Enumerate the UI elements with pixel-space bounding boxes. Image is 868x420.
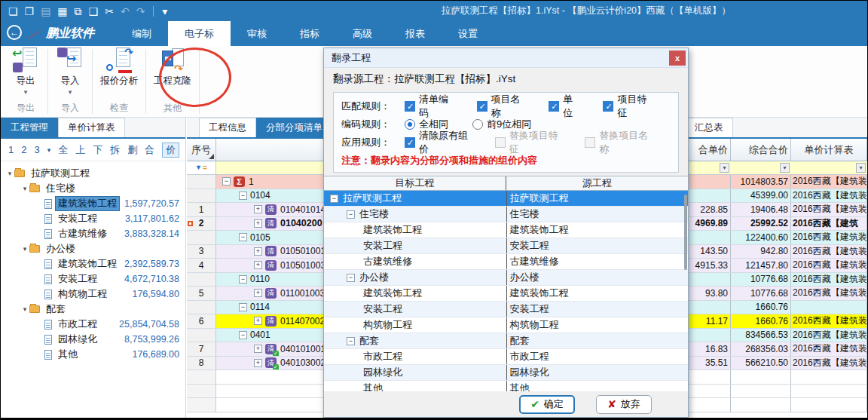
checkbox-icon[interactable] [405,137,415,148]
tree-tool-合[interactable]: 合 [145,143,154,157]
summary-row[interactable] [683,398,867,412]
tab-分部分项清单[interactable]: 分部分项清单 [256,118,332,137]
mapping-row[interactable]: 古建筑维修古建筑维修 [324,254,688,270]
back-icon[interactable]: ← [7,25,22,40]
tree-tool-下[interactable]: 下 [93,143,102,157]
dropdown-arrow-icon[interactable]: ▾ [24,88,28,96]
mapping-row[interactable]: 市政工程市政工程 [324,349,688,365]
dialog-title-bar[interactable]: 翻录工程 x [324,48,688,68]
apply-rule-option-替换项目特征[interactable]: 替换项目特征 [495,129,561,156]
filter-dropdown-icon[interactable]: ▾ [856,163,866,173]
collapse-icon[interactable]: − [330,195,338,203]
collapse-icon[interactable]: − [347,274,355,282]
copy-icon[interactable]: ⧉ [75,6,82,17]
collapse-icon[interactable]: − [239,303,247,311]
tree-tool-拆[interactable]: 拆 [110,143,120,157]
tree-tool-▾[interactable]: ▾ [47,146,51,154]
match-rule-option-清单编码[interactable]: 清单编码 [405,93,453,120]
tree-item-构筑物工程[interactable]: 构筑物工程176,594.80 [1,287,185,302]
tree-tool-全[interactable]: 全 [58,143,68,157]
collapse-icon[interactable]: − [347,210,355,219]
collapse-icon[interactable]: − [239,192,247,200]
tree-item-园林绿化[interactable]: 园林绿化8,753,999.26 [1,332,185,347]
tree-item-建筑装饰工程[interactable]: 建筑装饰工程2,392,589.73 [1,256,185,271]
mapping-row[interactable]: −办公楼办公楼 [324,270,688,286]
tree-item-建筑装饰工程[interactable]: 建筑装饰工程1,597,720.57 [1,196,185,211]
column-header-price-table[interactable]: 单价计算表 [791,139,867,161]
ribbon-tab-报表[interactable]: 报表 [389,21,442,46]
collapse-icon[interactable]: − [239,275,247,284]
apply-rule-option-清除原有组价[interactable]: 清除原有组价 [405,129,471,156]
mapping-row[interactable]: 安装工程安装工程 [324,302,688,317]
summary-row[interactable]: 1014803.572016西藏【建筑装 [683,175,867,189]
tree-tool-价[interactable]: 价 [162,143,179,158]
checkbox-icon[interactable] [549,101,559,112]
expand-icon[interactable]: + [254,205,262,213]
mapping-row[interactable]: −拉萨联测工程拉萨联测工程 [324,191,688,207]
unit-price-filter-input[interactable]: ▾ [683,161,731,174]
summary-row[interactable] [683,385,867,399]
tree-item-安装工程[interactable]: 安装工程4,672,710.38 [1,271,185,287]
mapping-row[interactable]: 其他其他 [324,381,688,391]
summary-row[interactable]: 45399.002016西藏【建筑装 [683,189,867,204]
ribbon-tab-电子标[interactable]: 电子标 [168,21,231,46]
redo-icon[interactable]: ↷ [136,6,145,17]
ribbon-button-导入[interactable]: ↪导入▾ [53,46,87,97]
toolbar-more-icon[interactable]: ▾ [162,6,167,17]
tree-item-办公楼[interactable]: ▾办公楼 [1,241,185,256]
tree-tool-上[interactable]: 上 [75,143,85,157]
filter-dropdown-icon[interactable]: ▾ [720,163,729,173]
expand-icon[interactable]: + [254,289,262,297]
paste-icon[interactable]: ❑ [89,6,99,17]
chevron-down-icon[interactable]: ▾ [20,305,29,313]
mapping-row[interactable]: 安装工程安装工程 [324,238,688,254]
match-rule-option-单位[interactable]: 单位 [549,93,579,120]
summary-row[interactable]: 93.8010776.682016西藏【建筑装 [683,287,867,301]
expand-icon[interactable]: + [254,359,262,367]
expand-icon[interactable]: + [254,247,262,256]
undo-icon[interactable]: ↶ [121,6,130,17]
collapse-icon[interactable]: − [239,233,247,241]
tree-tool-1[interactable]: 1 [8,144,14,155]
summary-row[interactable]: 10776.682016西藏【建筑装 [683,273,867,287]
save-as-icon[interactable]: ▦ [57,6,67,17]
ribbon-button-报价分析[interactable]: ↷报价分析 [97,46,141,88]
confirm-button[interactable]: ✔ 确定 [519,395,575,414]
summary-row[interactable]: 122400.602016西藏【建筑装 [683,231,867,245]
ribbon-tab-高级[interactable]: 高级 [336,21,389,46]
expand-icon[interactable]: + [254,219,262,228]
checkbox-icon[interactable] [585,137,595,148]
expand-icon[interactable]: + [254,317,262,325]
ribbon-tab-指标[interactable]: 指标 [283,21,336,46]
checkbox-icon[interactable] [603,101,613,112]
checkbox-icon[interactable] [477,101,487,112]
tree-item-市政工程[interactable]: 市政工程25,854,704.58 [1,317,185,332]
ribbon-button-导出[interactable]: ↩导出▾ [8,46,43,97]
mapping-row[interactable]: −住宅楼住宅楼 [324,207,688,222]
tree-item-其他[interactable]: 其他176,689.00 [1,347,185,362]
save-icon[interactable]: ▤ [41,6,50,17]
total-filter-input[interactable]: ▾ [731,161,791,174]
close-icon[interactable]: x [669,51,686,66]
mapping-row[interactable]: 建筑装饰工程建筑装饰工程 [324,222,688,238]
mapping-row[interactable]: 建筑装饰工程建筑装饰工程 [324,286,688,302]
tab-summary-table[interactable]: 汇总表 [685,118,733,137]
ribbon-tab-编制[interactable]: 编制 [115,21,168,46]
scrollbar-thumb[interactable] [684,195,687,270]
abandon-button[interactable]: ✘ 放弃 [596,395,652,414]
checkbox-icon[interactable] [495,137,506,148]
summary-row[interactable]: 228.8519406.482016西藏【建筑装 [683,203,867,217]
chevron-down-icon[interactable]: ▾ [5,170,14,177]
chevron-down-icon[interactable]: ▾ [20,245,29,253]
tree-item-拉萨联测工程[interactable]: ▾拉萨联测工程 [1,166,185,181]
dropdown-arrow-icon[interactable]: ▾ [69,88,72,96]
summary-row[interactable]: 143.50942.802016西藏【建筑装 [683,245,867,259]
apply-rule-option-替换项目名称[interactable]: 替换项目名称 [585,129,651,156]
summary-row[interactable]: 16.83268356.032016西藏【建筑装 [683,342,867,357]
cut-icon[interactable]: ✂ [105,6,114,17]
collapse-icon[interactable]: − [222,177,231,185]
summary-row[interactable]: 35.51566210.502016西藏【建筑装 [683,357,867,371]
column-header-seq[interactable]: 序号 [187,139,216,161]
expand-icon[interactable]: + [254,261,262,269]
match-rule-option-项目特征[interactable]: 项目特征 [603,93,651,120]
